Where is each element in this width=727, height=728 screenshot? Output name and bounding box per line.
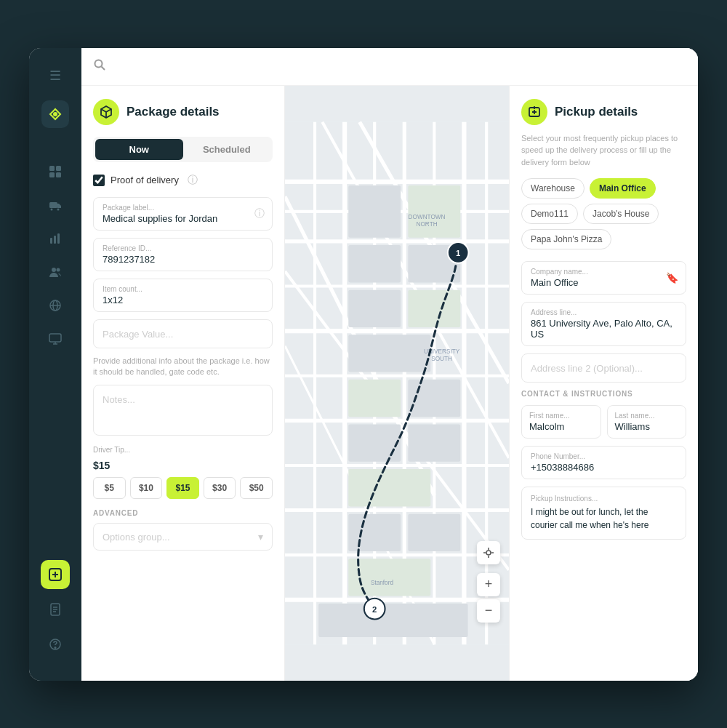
svg-point-11 — [52, 268, 56, 272]
svg-point-6 — [51, 208, 53, 210]
svg-text:SOUTH: SOUTH — [431, 356, 452, 362]
svg-rect-62 — [408, 289, 460, 327]
chip-main-office[interactable]: Main Office — [590, 178, 656, 199]
svg-rect-63 — [348, 335, 430, 372]
item-count-value: 1x12 — [103, 295, 263, 305]
pickup-icon — [521, 99, 547, 125]
proof-of-delivery-checkbox[interactable] — [93, 175, 105, 186]
chip-papajohns[interactable]: Papa John's Pizza — [521, 229, 611, 249]
tip-5[interactable]: $5 — [93, 477, 126, 499]
tip-10[interactable]: $10 — [130, 477, 163, 499]
package-label-sublabel: Package label... — [103, 204, 263, 212]
sidebar-item-globe[interactable] — [41, 291, 70, 320]
svg-rect-66 — [348, 424, 401, 461]
tip-value: $15 — [93, 460, 273, 471]
chip-warehouse[interactable]: Warehouse — [521, 178, 585, 199]
pickup-instructions-field[interactable]: Pickup Instructions... I might be out fo… — [521, 487, 686, 540]
place-chips: Warehouse Main Office Demo111 Jacob's Ho… — [521, 178, 686, 249]
sidebar-item-grid[interactable] — [41, 157, 70, 186]
svg-rect-5 — [49, 202, 57, 208]
svg-rect-61 — [348, 289, 401, 327]
phone-value: +15038884686 — [531, 462, 677, 473]
sidebar-item-monitor[interactable] — [41, 324, 70, 353]
svg-rect-4 — [56, 172, 61, 177]
svg-rect-59 — [348, 245, 401, 282]
first-name-value: Malcolm — [529, 421, 593, 432]
chip-jacobs-house[interactable]: Jacob's House — [583, 204, 659, 224]
package-label-value: Medical supplies for Jordan — [103, 213, 263, 224]
sidebar-item-reports[interactable] — [41, 595, 70, 624]
sidebar-item-add[interactable] — [41, 560, 70, 589]
sidebar-item-users[interactable] — [41, 257, 70, 287]
content-area: Package details Now Scheduled Proof of d… — [81, 86, 698, 681]
sidebar-item-delivery[interactable] — [41, 191, 70, 220]
svg-rect-3 — [49, 172, 55, 177]
svg-rect-2 — [56, 166, 61, 171]
proof-of-delivery-label: Proof of delivery — [111, 175, 179, 185]
svg-point-0 — [53, 112, 57, 116]
advanced-label: ADVANCED — [93, 509, 273, 517]
bookmark-icon: 🔖 — [666, 272, 678, 284]
sidebar-bottom — [41, 560, 70, 666]
search-icon[interactable] — [93, 58, 106, 75]
package-panel-title: Package details — [126, 105, 220, 119]
address-line1-label: Address line... — [531, 308, 677, 316]
svg-point-12 — [57, 268, 60, 271]
tip-30[interactable]: $30 — [204, 477, 236, 499]
first-name-field[interactable]: First name... Malcolm — [521, 405, 601, 439]
svg-rect-70 — [408, 513, 460, 551]
sidebar-item-help[interactable] — [41, 630, 70, 659]
reference-id-value: 7891237182 — [103, 254, 263, 265]
map-zoom-out-button[interactable]: − — [477, 599, 500, 623]
map-locate-button[interactable] — [477, 541, 500, 564]
pickup-description: Select your most frequently pickup place… — [521, 132, 686, 169]
last-name-label: Last name... — [615, 412, 679, 420]
scheduled-button[interactable]: Scheduled — [183, 139, 271, 160]
notes-field[interactable]: Notes... — [93, 385, 273, 436]
now-button[interactable]: Now — [95, 139, 183, 160]
top-bar — [81, 48, 698, 86]
notes-helper-text: Provide additional info about the packag… — [93, 356, 273, 378]
tip-15[interactable]: $15 — [166, 477, 199, 499]
svg-point-82 — [486, 551, 491, 555]
svg-rect-64 — [348, 379, 401, 416]
package-label-info-icon: ⓘ — [254, 207, 265, 220]
item-count-sublabel: Item count... — [103, 285, 263, 293]
chevron-down-icon: ▾ — [258, 531, 263, 543]
svg-point-7 — [57, 208, 60, 210]
sidebar-item-analytics[interactable] — [41, 224, 70, 253]
svg-line-29 — [102, 66, 105, 70]
menu-icon[interactable]: ☰ — [42, 63, 68, 89]
instructions-label: Pickup Instructions... — [531, 495, 677, 503]
chip-demo111[interactable]: Demo111 — [521, 204, 578, 224]
svg-line-32 — [106, 109, 111, 112]
app-logo — [41, 100, 69, 128]
main-content: Package details Now Scheduled Proof of d… — [81, 48, 698, 681]
address-line2-field[interactable]: Address line 2 (Optional)... — [521, 353, 686, 383]
svg-rect-69 — [348, 513, 401, 551]
package-value-placeholder: Package Value... — [103, 329, 173, 340]
tip-50[interactable]: $50 — [240, 477, 273, 499]
company-name-field[interactable]: Company name... Main Office 🔖 — [521, 261, 686, 295]
address-line1-field[interactable]: Address line... 861 University Ave, Palo… — [521, 302, 686, 346]
svg-text:1: 1 — [456, 249, 460, 257]
phone-field[interactable]: Phone Number... +15038884686 — [521, 446, 686, 479]
map-controls: + − — [477, 541, 500, 623]
svg-text:2: 2 — [372, 605, 377, 614]
item-count-field[interactable]: Item count... 1x12 — [93, 279, 273, 312]
reference-id-field[interactable]: Reference ID... 7891237182 — [93, 238, 273, 271]
svg-point-28 — [95, 60, 103, 67]
last-name-field[interactable]: Last name... Williams — [607, 405, 687, 439]
company-name-label: Company name... — [531, 268, 677, 276]
advanced-section: ADVANCED Options group... ▾ — [93, 509, 273, 551]
pickup-panel: Pickup details Select your most frequent… — [509, 86, 698, 681]
schedule-toggle: Now Scheduled — [93, 137, 273, 162]
driver-tip-section: Driver Tip... $15 $5 $10 $15 $30 $50 — [93, 446, 273, 499]
options-group-dropdown[interactable]: Options group... ▾ — [93, 523, 273, 551]
sidebar-nav — [41, 157, 70, 560]
package-value-field[interactable]: Package Value... — [93, 319, 273, 348]
map-zoom-in-button[interactable]: + — [477, 573, 500, 596]
svg-rect-72 — [318, 603, 467, 636]
package-panel: Package details Now Scheduled Proof of d… — [81, 86, 285, 681]
package-label-field[interactable]: Package label... Medical supplies for Jo… — [93, 197, 273, 231]
